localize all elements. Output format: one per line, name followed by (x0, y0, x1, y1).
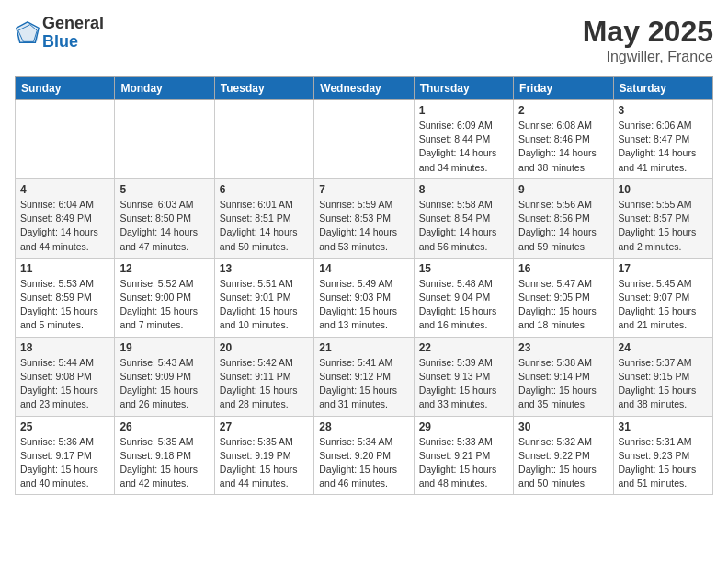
day-number: 7 (319, 183, 408, 196)
calendar-cell (16, 100, 115, 179)
day-info: Sunrise: 5:35 AMSunset: 9:19 PMDaylight:… (220, 435, 309, 491)
title-block: May 2025 Ingwiller, France (583, 15, 713, 65)
day-info: Sunrise: 5:51 AMSunset: 9:01 PMDaylight:… (220, 277, 309, 333)
day-number: 3 (619, 104, 708, 117)
calendar-cell: 8Sunrise: 5:58 AMSunset: 8:54 PMDaylight… (414, 178, 513, 258)
calendar-cell: 5Sunrise: 6:03 AMSunset: 8:50 PMDaylight… (115, 178, 214, 258)
weekday-header: Thursday (414, 77, 513, 100)
day-info: Sunrise: 5:31 AMSunset: 9:23 PMDaylight:… (619, 435, 708, 491)
calendar-cell: 24Sunrise: 5:37 AMSunset: 9:15 PMDayligh… (613, 337, 712, 416)
day-info: Sunrise: 5:34 AMSunset: 9:20 PMDaylight:… (319, 435, 408, 491)
day-number: 28 (319, 420, 408, 433)
logo-general: General (42, 15, 104, 33)
calendar-cell: 1Sunrise: 6:09 AMSunset: 8:44 PMDaylight… (414, 100, 513, 179)
day-info: Sunrise: 6:03 AMSunset: 8:50 PMDaylight:… (119, 198, 209, 254)
day-number: 16 (518, 262, 608, 275)
logo-icon (15, 20, 40, 46)
day-number: 2 (518, 104, 608, 117)
weekday-header: Sunday (16, 77, 115, 100)
day-number: 1 (419, 104, 508, 117)
calendar-week-row: 1Sunrise: 6:09 AMSunset: 8:44 PMDaylight… (16, 100, 713, 179)
day-info: Sunrise: 6:09 AMSunset: 8:44 PMDaylight:… (419, 119, 508, 175)
weekday-header: Tuesday (214, 77, 313, 100)
day-number: 25 (20, 420, 109, 433)
logo-text: General Blue (42, 15, 104, 52)
calendar-cell: 26Sunrise: 5:35 AMSunset: 9:18 PMDayligh… (115, 416, 214, 495)
day-number: 13 (220, 262, 309, 275)
day-number: 4 (20, 183, 109, 196)
calendar-cell: 2Sunrise: 6:08 AMSunset: 8:46 PMDaylight… (514, 100, 613, 179)
calendar-cell: 30Sunrise: 5:32 AMSunset: 9:22 PMDayligh… (514, 416, 613, 495)
day-info: Sunrise: 5:53 AMSunset: 8:59 PMDaylight:… (20, 277, 109, 333)
calendar-cell: 16Sunrise: 5:47 AMSunset: 9:05 PMDayligh… (514, 258, 613, 337)
day-number: 9 (518, 183, 608, 196)
weekday-header: Friday (514, 77, 613, 100)
day-info: Sunrise: 5:33 AMSunset: 9:21 PMDaylight:… (419, 435, 508, 491)
day-number: 20 (220, 341, 309, 354)
calendar-cell: 10Sunrise: 5:55 AMSunset: 8:57 PMDayligh… (613, 178, 712, 258)
calendar-cell: 27Sunrise: 5:35 AMSunset: 9:19 PMDayligh… (214, 416, 313, 495)
location: Ingwiller, France (583, 49, 713, 65)
calendar-cell (314, 100, 414, 179)
day-number: 26 (119, 420, 209, 433)
day-number: 10 (619, 183, 708, 196)
day-info: Sunrise: 5:56 AMSunset: 8:56 PMDaylight:… (518, 198, 608, 254)
day-info: Sunrise: 5:58 AMSunset: 8:54 PMDaylight:… (419, 198, 508, 254)
day-info: Sunrise: 5:52 AMSunset: 9:00 PMDaylight:… (119, 277, 209, 333)
calendar-cell: 13Sunrise: 5:51 AMSunset: 9:01 PMDayligh… (214, 258, 313, 337)
day-number: 15 (419, 262, 508, 275)
logo-blue: Blue (42, 33, 104, 52)
calendar-cell: 4Sunrise: 6:04 AMSunset: 8:49 PMDaylight… (16, 178, 115, 258)
day-number: 21 (319, 341, 408, 354)
day-info: Sunrise: 5:48 AMSunset: 9:04 PMDaylight:… (419, 277, 508, 333)
calendar-cell: 29Sunrise: 5:33 AMSunset: 9:21 PMDayligh… (414, 416, 513, 495)
day-info: Sunrise: 5:38 AMSunset: 9:14 PMDaylight:… (518, 356, 608, 412)
calendar-cell (115, 100, 214, 179)
calendar-table: SundayMondayTuesdayWednesdayThursdayFrid… (15, 76, 713, 495)
calendar-cell: 23Sunrise: 5:38 AMSunset: 9:14 PMDayligh… (514, 337, 613, 416)
weekday-header: Saturday (613, 77, 712, 100)
day-info: Sunrise: 5:45 AMSunset: 9:07 PMDaylight:… (619, 277, 708, 333)
calendar-cell: 17Sunrise: 5:45 AMSunset: 9:07 PMDayligh… (613, 258, 712, 337)
day-info: Sunrise: 5:32 AMSunset: 9:22 PMDaylight:… (518, 435, 608, 491)
calendar-cell: 14Sunrise: 5:49 AMSunset: 9:03 PMDayligh… (314, 258, 414, 337)
calendar-cell: 12Sunrise: 5:52 AMSunset: 9:00 PMDayligh… (115, 258, 214, 337)
day-info: Sunrise: 5:43 AMSunset: 9:09 PMDaylight:… (119, 356, 209, 412)
calendar-week-row: 25Sunrise: 5:36 AMSunset: 9:17 PMDayligh… (16, 416, 713, 495)
calendar-cell: 6Sunrise: 6:01 AMSunset: 8:51 PMDaylight… (214, 178, 313, 258)
day-info: Sunrise: 6:01 AMSunset: 8:51 PMDaylight:… (220, 198, 309, 254)
calendar-cell: 18Sunrise: 5:44 AMSunset: 9:08 PMDayligh… (16, 337, 115, 416)
day-number: 11 (20, 262, 109, 275)
calendar-week-row: 18Sunrise: 5:44 AMSunset: 9:08 PMDayligh… (16, 337, 713, 416)
day-info: Sunrise: 5:44 AMSunset: 9:08 PMDaylight:… (20, 356, 109, 412)
day-info: Sunrise: 5:42 AMSunset: 9:11 PMDaylight:… (220, 356, 309, 412)
day-number: 5 (119, 183, 209, 196)
day-info: Sunrise: 5:41 AMSunset: 9:12 PMDaylight:… (319, 356, 408, 412)
day-info: Sunrise: 5:35 AMSunset: 9:18 PMDaylight:… (119, 435, 209, 491)
day-info: Sunrise: 5:49 AMSunset: 9:03 PMDaylight:… (319, 277, 408, 333)
weekday-header: Wednesday (314, 77, 414, 100)
calendar-cell (214, 100, 313, 179)
day-info: Sunrise: 6:06 AMSunset: 8:47 PMDaylight:… (619, 119, 708, 175)
day-number: 12 (119, 262, 209, 275)
day-info: Sunrise: 5:55 AMSunset: 8:57 PMDaylight:… (619, 198, 708, 254)
day-number: 29 (419, 420, 508, 433)
day-number: 24 (619, 341, 708, 354)
day-info: Sunrise: 6:08 AMSunset: 8:46 PMDaylight:… (518, 119, 608, 175)
day-number: 22 (419, 341, 508, 354)
calendar-cell: 15Sunrise: 5:48 AMSunset: 9:04 PMDayligh… (414, 258, 513, 337)
day-number: 27 (220, 420, 309, 433)
calendar-cell: 28Sunrise: 5:34 AMSunset: 9:20 PMDayligh… (314, 416, 414, 495)
calendar-cell: 7Sunrise: 5:59 AMSunset: 8:53 PMDaylight… (314, 178, 414, 258)
day-number: 17 (619, 262, 708, 275)
calendar-cell: 11Sunrise: 5:53 AMSunset: 8:59 PMDayligh… (16, 258, 115, 337)
day-number: 6 (220, 183, 309, 196)
calendar-cell: 31Sunrise: 5:31 AMSunset: 9:23 PMDayligh… (613, 416, 712, 495)
day-info: Sunrise: 5:37 AMSunset: 9:15 PMDaylight:… (619, 356, 708, 412)
day-info: Sunrise: 5:59 AMSunset: 8:53 PMDaylight:… (319, 198, 408, 254)
day-info: Sunrise: 5:36 AMSunset: 9:17 PMDaylight:… (20, 435, 109, 491)
calendar-week-row: 4Sunrise: 6:04 AMSunset: 8:49 PMDaylight… (16, 178, 713, 258)
calendar-cell: 21Sunrise: 5:41 AMSunset: 9:12 PMDayligh… (314, 337, 414, 416)
day-info: Sunrise: 5:47 AMSunset: 9:05 PMDaylight:… (518, 277, 608, 333)
day-number: 8 (419, 183, 508, 196)
